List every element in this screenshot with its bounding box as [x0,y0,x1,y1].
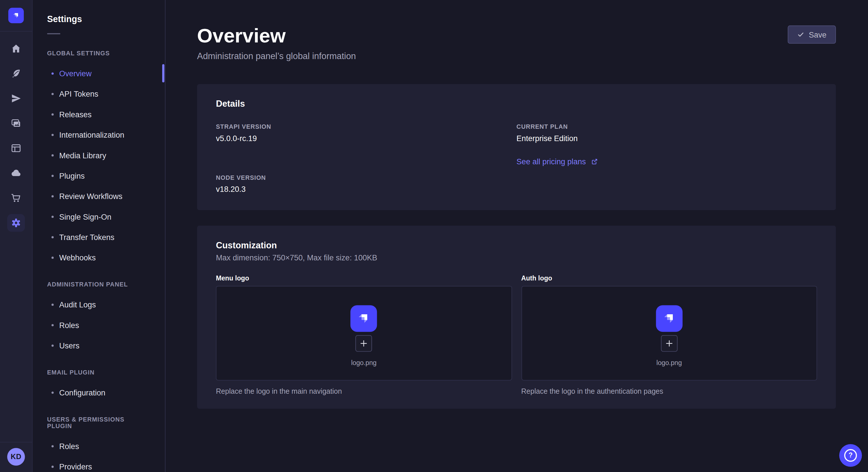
customization-constraints: Max dimension: 750×750, Max file size: 1… [216,253,817,262]
bullet-dot [51,195,54,197]
plus-icon [665,339,674,348]
sidebar-item-label: Audit Logs [59,300,96,309]
bullet-dot [51,134,54,136]
auth-logo-hint: Replace the logo in the authentication p… [521,387,817,396]
cart-icon [11,193,22,204]
sidebar-item-plugins[interactable]: Plugins [33,165,165,186]
save-button[interactable]: Save [788,26,836,44]
strapi-logo[interactable] [8,8,24,23]
rail-nav [7,32,25,232]
sidebar-item-api-tokens[interactable]: API Tokens [33,83,165,104]
sidebar-item-audit-logs[interactable]: Audit Logs [33,294,165,314]
home-nav-button[interactable] [7,40,25,58]
details-card-title: Details [216,99,817,109]
app-window: KD Settings GLOBAL SETTINGS Overview API… [0,0,868,472]
rail-bottom: KD [0,442,32,472]
sidebar-item-admin-roles[interactable]: Roles [33,314,165,335]
sidebar-item-internationalization[interactable]: Internationalization [33,125,165,145]
menu-logo-hint: Replace the logo in the main navigation [216,387,512,396]
external-link-icon [591,158,598,165]
current-plan-value: Enterprise Edition [516,134,817,143]
marketplace-nav-button[interactable] [7,189,25,207]
strapi-logo-icon [660,310,678,328]
menu-logo-label: Menu logo [216,274,512,282]
menu-logo-group: Menu logo [216,274,512,396]
bullet-dot [51,391,54,394]
strapi-logo-icon [11,11,21,21]
help-button[interactable]: ? [839,444,862,467]
menu-logo-filename: logo.png [351,359,377,367]
bullet-dot [51,465,54,468]
auth-logo-label: Auth logo [521,274,817,282]
sidebar-item-label: Configuration [59,388,105,397]
bullet-dot [51,344,54,347]
sidebar-item-label: API Tokens [59,89,98,98]
images-icon [11,118,22,129]
sidebar-item-email-configuration[interactable]: Configuration [33,382,165,403]
auth-logo-group: Auth logo [521,274,817,396]
sidebar-item-label: Internationalization [59,130,124,139]
logo-uploads: Menu logo [216,274,817,396]
details-grid: STRAPI VERSION v5.0.0-rc.19 NODE VERSION… [216,123,817,194]
sidebar-item-releases[interactable]: Releases [33,104,165,125]
strapi-version-label: STRAPI VERSION [216,123,516,130]
sidebar-item-label: Webhooks [59,253,96,262]
section-label-email-plugin: EMAIL PLUGIN [47,369,151,375]
cloud-icon [11,167,22,179]
sidebar-item-label: Review Workflows [59,192,122,200]
section-label-administration-panel: ADMINISTRATION PANEL [47,281,151,288]
sidebar-item-overview[interactable]: Overview [33,63,165,83]
menu-logo-add-button[interactable] [355,335,372,352]
sidebar-item-label: Media Library [59,151,106,160]
bullet-dot [51,256,54,259]
pricing-plans-link-label: See all pricing plans [516,157,586,166]
sidebar-item-label: Plugins [59,171,85,180]
plus-icon [360,339,368,348]
node-version-field: NODE VERSION v18.20.3 [216,174,516,193]
strapi-logo-icon [355,310,373,328]
save-button-label: Save [809,30,827,39]
cloud-nav-button[interactable] [7,164,25,182]
media-library-nav-button[interactable] [7,114,25,132]
bullet-dot [51,174,54,177]
sidebar-item-review-workflows[interactable]: Review Workflows [33,186,165,206]
content-builder-nav-button[interactable] [7,65,25,82]
auth-logo-preview [656,305,683,332]
details-card: Details STRAPI VERSION v5.0.0-rc.19 NODE… [197,84,836,210]
node-version-value: v18.20.3 [216,185,516,194]
settings-nav-button[interactable] [7,214,25,232]
sidebar-item-admin-users[interactable]: Users [33,335,165,356]
customization-card-title: Customization [216,241,817,250]
sidebar-item-label: Users [59,341,80,350]
question-mark-icon: ? [844,449,857,461]
releases-nav-button[interactable] [7,90,25,107]
sidebar-item-up-roles[interactable]: Roles [33,436,165,456]
auth-logo-upload-box[interactable]: logo.png [521,286,817,380]
sidebar-divider [47,33,60,34]
content-manager-nav-button[interactable] [7,139,25,157]
auth-logo-add-button[interactable] [661,335,677,352]
sidebar-item-media-library[interactable]: Media Library [33,145,165,165]
sidebar-title: Settings [47,14,165,24]
main-content: Overview Administration panel’s global i… [166,0,868,472]
section-label-global-settings: GLOBAL SETTINGS [47,50,151,57]
menu-logo-upload-box[interactable]: logo.png [216,286,512,380]
customization-card: Customization Max dimension: 750×750, Ma… [197,226,836,409]
auth-logo-filename: logo.png [656,359,682,367]
layout-icon [11,143,22,154]
bullet-dot [51,72,54,74]
pricing-plans-link[interactable]: See all pricing plans [516,157,598,166]
bullet-dot [51,93,54,95]
global-settings-list: Overview API Tokens Releases Internation… [33,63,165,268]
feather-icon [11,68,22,79]
paper-plane-icon [11,93,22,104]
brand-area [0,0,32,32]
sidebar-item-webhooks[interactable]: Webhooks [33,247,165,268]
sidebar-item-transfer-tokens[interactable]: Transfer Tokens [33,227,165,247]
email-plugin-list: Configuration [33,382,165,403]
sidebar-item-single-sign-on[interactable]: Single Sign-On [33,206,165,227]
sidebar-item-up-providers[interactable]: Providers [33,456,165,472]
user-avatar[interactable]: KD [7,448,25,465]
bullet-dot [51,113,54,115]
sidebar-item-label: Roles [59,442,79,450]
